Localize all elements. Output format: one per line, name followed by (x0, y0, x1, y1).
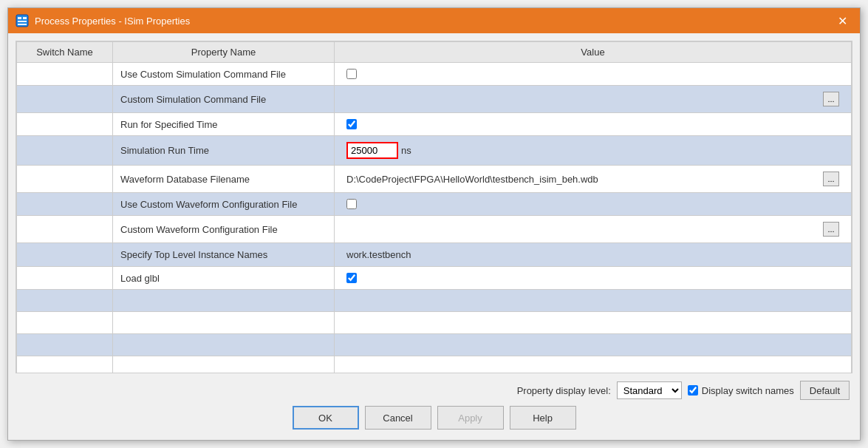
property-name-cell: Specify Top Level Instance Names (113, 243, 335, 267)
table-row: Simulation Run Time ns (17, 136, 852, 166)
waveform-db-path-value: D:\CodeProject\FPGA\HelloWorld\testbench… (346, 174, 820, 185)
apply-button[interactable]: Apply (437, 406, 504, 430)
value-cell: ... (335, 86, 852, 113)
switch-name-cell (17, 216, 113, 243)
svg-rect-2 (23, 17, 27, 19)
close-button[interactable]: ✕ (832, 10, 852, 31)
property-name-cell: Run for Specified Time (113, 113, 335, 136)
table-row: Load glbl (17, 267, 852, 290)
switch-name-cell (17, 267, 113, 290)
level-select-container: Standard Advanced (617, 381, 682, 399)
switch-name-cell (17, 86, 113, 113)
custom-waveform-cfg-browse-button[interactable]: ... (823, 222, 839, 237)
dialog-icon (16, 14, 29, 27)
switch-name-cell (17, 63, 113, 86)
value-cell (335, 193, 852, 216)
use-custom-waveform-checkbox-wrap (346, 199, 357, 209)
table-row: Run for Specified Time (17, 113, 852, 136)
ok-button[interactable]: OK (293, 406, 359, 430)
table-row: Custom Waveform Configuration File ... (17, 216, 852, 243)
property-name-cell: Load glbl (113, 267, 335, 290)
action-buttons-row: OK Cancel Apply Help (16, 406, 852, 432)
switch-name-cell (17, 113, 113, 136)
value-cell: ns (335, 136, 852, 166)
col-header-property-name: Property Name (113, 42, 335, 63)
properties-table-container: Switch Name Property Name Value Use Cust… (16, 41, 852, 373)
property-display-level-select[interactable]: Standard Advanced (617, 381, 682, 399)
value-cell: D:\CodeProject\FPGA\HelloWorld\testbench… (335, 166, 852, 193)
switch-name-cell (17, 166, 113, 193)
switch-name-cell (17, 136, 113, 166)
display-level-row: Property display level: Standard Advance… (16, 381, 852, 400)
table-row-empty (17, 356, 852, 374)
bottom-controls: Property display level: Standard Advance… (16, 381, 852, 432)
table-row-empty (17, 334, 852, 356)
display-switch-names-checkbox[interactable] (688, 385, 698, 396)
display-level-label: Property display level: (517, 385, 611, 396)
table-header-row: Switch Name Property Name Value (17, 42, 852, 63)
sim-run-time-unit: ns (401, 145, 411, 156)
switch-name-cell (17, 243, 113, 267)
properties-table: Switch Name Property Name Value Use Cust… (16, 41, 852, 373)
display-switch-check-container: Display switch names (688, 385, 794, 396)
table-row: Custom Simulation Command File ... (17, 86, 852, 113)
display-switch-names-label: Display switch names (702, 385, 794, 396)
value-cell (335, 267, 852, 290)
load-glbl-checkbox-wrap (346, 273, 357, 283)
property-name-cell: Custom Waveform Configuration File (113, 216, 335, 243)
dialog-window: Process Properties - ISim Properties ✕ S… (7, 7, 861, 441)
col-header-value: Value (335, 42, 852, 63)
value-cell (335, 113, 852, 136)
table-row: Use Custom Waveform Configuration File (17, 193, 852, 216)
custom-sim-cmd-browse-button[interactable]: ... (823, 92, 839, 106)
load-glbl-checkbox[interactable] (346, 273, 357, 283)
sim-run-time-input[interactable] (346, 142, 398, 159)
svg-rect-1 (18, 17, 21, 19)
value-cell: work.testbench (335, 243, 852, 267)
dialog-title: Process Properties - ISim Properties (35, 16, 190, 27)
property-name-cell: Waveform Database Filename (113, 166, 335, 193)
value-cell: ... (335, 216, 852, 243)
use-custom-sim-cmd-checkbox-wrap (346, 69, 357, 79)
title-bar: Process Properties - ISim Properties ✕ (8, 8, 860, 33)
property-name-cell: Custom Simulation Command File (113, 86, 335, 113)
property-name-cell: Simulation Run Time (113, 136, 335, 166)
table-row-empty (17, 312, 852, 334)
table-row: Specify Top Level Instance Names work.te… (17, 243, 852, 267)
help-button[interactable]: Help (510, 406, 576, 430)
top-level-instance-value: work.testbench (346, 249, 411, 260)
col-header-switch-name: Switch Name (17, 42, 113, 63)
table-row: Waveform Database Filename D:\CodeProjec… (17, 166, 852, 193)
property-name-cell: Use Custom Waveform Configuration File (113, 193, 335, 216)
use-custom-sim-cmd-checkbox[interactable] (346, 69, 357, 79)
cancel-button[interactable]: Cancel (365, 406, 431, 430)
value-cell (335, 63, 852, 86)
use-custom-waveform-checkbox[interactable] (346, 199, 357, 209)
waveform-db-browse-button[interactable]: ... (823, 172, 839, 186)
svg-rect-4 (18, 24, 27, 25)
property-name-cell: Use Custom Simulation Command File (113, 63, 335, 86)
run-for-time-checkbox-wrap (346, 119, 357, 129)
title-bar-left: Process Properties - ISim Properties (16, 14, 190, 27)
dialog-content: Switch Name Property Name Value Use Cust… (8, 33, 860, 440)
svg-rect-3 (18, 21, 27, 22)
switch-name-cell (17, 193, 113, 216)
table-row: Use Custom Simulation Command File (17, 63, 852, 86)
run-for-time-checkbox[interactable] (346, 119, 357, 129)
table-row-empty (17, 290, 852, 312)
default-button[interactable]: Default (800, 381, 850, 400)
